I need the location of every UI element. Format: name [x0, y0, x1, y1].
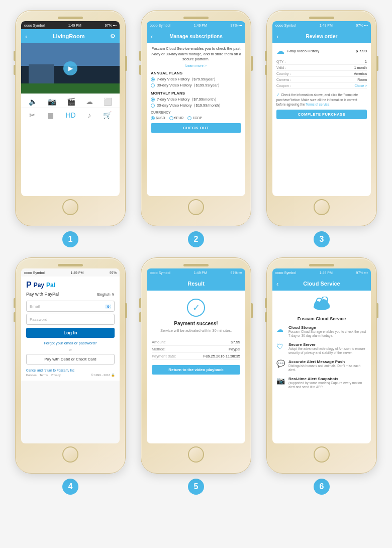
s1-music-icon[interactable]: ♪ [87, 111, 91, 119]
s3-terms-link[interactable]: Terms of service [306, 103, 329, 106]
s2-currency-options: $USD €EUR £GBP [151, 116, 241, 120]
s3-qty-row: QTY : 1 [276, 59, 367, 65]
s4-login-button[interactable]: Log In [26, 328, 115, 338]
s2-annual-opt1[interactable]: 7-day Video History（$79.99/year） [151, 77, 241, 82]
status-right-3: 97% ▪▪▪ [356, 24, 368, 27]
home-btn-4[interactable] [62, 446, 78, 463]
step-badge-3: 3 [314, 231, 330, 247]
s1-speaker-icon[interactable]: 🔈 [29, 98, 37, 106]
s2-learn-more[interactable]: Learn more > [151, 63, 241, 68]
side-btn-left-3 [265, 51, 267, 61]
s3-back-icon[interactable]: ‹ [276, 33, 278, 40]
s2-radio-eur[interactable] [169, 116, 173, 120]
home-btn-6[interactable] [314, 446, 330, 463]
s2-radio-monthly1[interactable] [151, 98, 155, 102]
s1-video-icon[interactable]: 🎬 [67, 98, 75, 106]
s4-subtitle-row: Pay with PayPal English ∨ [26, 292, 115, 297]
s1-hd-icon[interactable]: HD [65, 111, 75, 119]
s4-debit-button[interactable]: Pay with Debit or Credit Card [26, 354, 115, 364]
s6-storage-desc: Foscam Cloud Storage enables you to chec… [288, 330, 367, 338]
side-btn-left-4 [14, 298, 16, 308]
s2-monthly-opt2[interactable]: 30-day Video History（$19.99/month） [151, 103, 241, 108]
s3-body: ☁ 7-day Video History $ 7.99 QTY : 1 Val… [272, 43, 371, 122]
s1-grid-icon[interactable]: ▦ [47, 111, 54, 119]
home-btn-3[interactable] [314, 199, 330, 215]
s5-method-row: Method: Paypal [152, 346, 240, 353]
s2-monthly-opt2-label: 30-day Video History（$19.99/month） [157, 103, 223, 108]
screen-5: oooo Symbol 1:49 PM 97% ▪▪▪ Result ✓ Pay… [147, 268, 245, 443]
status-left-4: oooo Symbol [24, 271, 45, 275]
s6-back-icon[interactable]: ‹ [276, 280, 278, 288]
status-time-6: 1:49 PM [320, 271, 333, 275]
s2-eur-option[interactable]: €EUR [169, 116, 184, 120]
s1-cart-icon[interactable]: 🛒 [103, 111, 112, 119]
s3-coupon-value[interactable]: Chose > [355, 84, 367, 87]
s2-gbp-option[interactable]: £GBP [187, 116, 202, 120]
s3-qty-value: 1 [365, 60, 367, 63]
s4-footer: Cancel and return to Foscam, Inc Policie… [26, 369, 115, 377]
s4-password-input[interactable]: Password [26, 314, 115, 325]
s4-copyright: © 1999 - 2016 🔒 [91, 373, 115, 377]
screen-3: oooo Symbol 1:49 PM 97% ▪▪▪ ‹ Review ord… [272, 21, 371, 196]
side-btn-left2-6 [265, 312, 267, 322]
s3-qty-label: QTY : [276, 60, 285, 63]
s2-radio-annual1[interactable] [151, 77, 155, 81]
s3-complete-button[interactable]: COMPLETE PURCHASE [276, 110, 367, 119]
home-btn-5[interactable] [188, 446, 204, 463]
s4-language[interactable]: English ∨ [97, 292, 115, 297]
s4-terms-link[interactable]: Terms [40, 374, 48, 377]
s2-usd-option[interactable]: $USD [151, 116, 165, 120]
s5-body: ✓ Payment success! Service will be activ… [147, 291, 245, 379]
s5-return-button[interactable]: Return to the video playback [152, 365, 240, 375]
s2-annual-opt2[interactable]: 30-day Video History（$199.99/year） [151, 83, 241, 88]
s4-body: P PayPal Pay with PayPal English ∨ Email… [21, 277, 120, 381]
s3-item-row: ☁ 7-day Video History $ 7.99 [276, 46, 367, 56]
s6-server-content: Secure Server Adopt the advanced technol… [288, 342, 367, 355]
side-btn-left2-5 [139, 312, 141, 322]
s4-forgot-link[interactable]: Forgot your email or password? [26, 341, 115, 345]
s1-camera-icon[interactable]: 📷 [48, 98, 56, 106]
s4-footer-bottom: Policies Terms Privacy © 1999 - 2016 🔒 [26, 373, 115, 377]
s3-coupon-row[interactable]: Coupon : Chose > [276, 83, 367, 89]
status-time-2: 1:49 PM [194, 24, 207, 27]
s2-radio-monthly2[interactable] [151, 104, 155, 108]
phone-top-4 [20, 264, 121, 266]
s4-cancel-link[interactable]: Cancel and return to Foscam, Inc [26, 369, 115, 372]
s2-back-icon[interactable]: ‹ [151, 33, 153, 40]
home-btn-2[interactable] [188, 199, 204, 215]
s4-privacy-link[interactable]: Privacy [51, 374, 61, 377]
s3-item-name: ☁ 7-day Video History [276, 46, 319, 56]
s2-radio-gbp[interactable] [187, 116, 191, 120]
status-bar-3: oooo Symbol 1:49 PM 97% ▪▪▪ [272, 21, 371, 29]
side-btn-right-3 [376, 56, 378, 71]
home-btn-1[interactable] [62, 199, 78, 215]
side-btn-left-2 [139, 51, 141, 61]
s3-title: Review order [306, 34, 338, 39]
s4-email-input[interactable]: Email 📧 [26, 301, 115, 312]
s1-square-icon[interactable]: ⬜ [104, 98, 112, 106]
s4-policies-link[interactable]: Policies [26, 374, 37, 377]
status-left-6: oooo Symbol [275, 271, 296, 275]
s3-camera-row: Camera : Room [276, 77, 367, 83]
s2-monthly-opt1[interactable]: 7-day Video History（$7.99/month） [151, 97, 241, 102]
s6-alert-icon: 💬 [276, 359, 285, 368]
s2-radio-usd[interactable] [151, 116, 155, 120]
s3-item-price: $ 7.99 [356, 49, 367, 53]
s5-date-row: Payment date: Feb.25.2016 11:08:35 [152, 353, 240, 360]
s4-email-placeholder: Email [30, 304, 40, 309]
s1-scissors-icon[interactable]: ✂ [29, 111, 35, 119]
s5-detail-section: Amount: $7.99 Method: Paypal Payment dat… [152, 339, 240, 360]
status-right-6: 97% ▪▪▪ [356, 271, 368, 275]
s1-play-button[interactable]: ▶ [63, 61, 77, 75]
step-badge-6: 6 [314, 479, 330, 495]
s1-video-area: ▶ [21, 43, 120, 94]
s1-settings-icon[interactable]: ⚙ [110, 33, 116, 40]
s2-checkout-button[interactable]: CHECK OUT [151, 123, 241, 133]
status-right-1: 97% ▪▪▪ [105, 24, 117, 27]
s1-cloud-icon[interactable]: ☁ [86, 98, 93, 106]
s1-back-icon[interactable]: ‹ [25, 33, 27, 40]
s3-valid-value: 1 month [354, 66, 367, 69]
s2-radio-annual2[interactable] [151, 83, 155, 87]
side-btn-left-5 [139, 298, 141, 308]
speaker-1 [58, 17, 83, 19]
